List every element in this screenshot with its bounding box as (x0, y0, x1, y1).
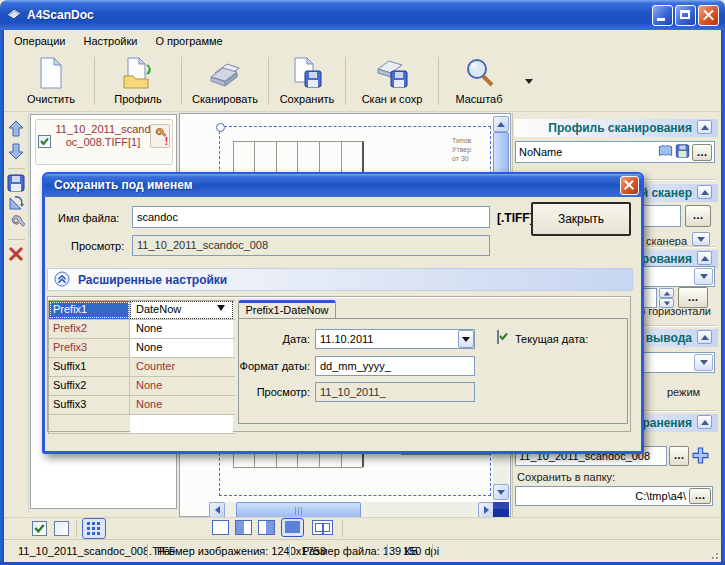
advanced-settings-label: Расширенные настройки (78, 273, 227, 287)
view-two-pages-right-icon[interactable] (258, 520, 275, 535)
zoom-dropdown-arrow[interactable] (525, 79, 533, 84)
scan-button[interactable]: Сканировать (182, 51, 268, 111)
view-two-pages-left-icon[interactable] (235, 520, 252, 535)
filename-more-button[interactable]: … (669, 446, 689, 466)
table-row-empty[interactable] (49, 415, 235, 434)
wrench-icon[interactable] (7, 214, 25, 234)
dialog-close-button[interactable]: Закрыть (531, 202, 631, 236)
menu-bar: Операции Настройки О программе (4, 30, 721, 51)
menu-about[interactable]: О программе (147, 32, 230, 50)
main-toolbar: Очистить Профиль Сканировать Сохранить С… (4, 51, 721, 112)
save-as-dialog: Сохранить под именем Имя файла: scandoc … (42, 172, 644, 454)
delete-page-icon[interactable] (7, 245, 25, 265)
page-floppy-icon (292, 57, 322, 91)
table-row[interactable]: Prefix1 DateNow (49, 301, 235, 320)
chevron-down-icon[interactable] (217, 305, 225, 311)
thumbnails-view-icon[interactable] (82, 518, 106, 539)
save-profile-icon[interactable] (675, 144, 690, 160)
window-title: A4ScanDoc (27, 8, 94, 22)
zoom-button[interactable]: Масштаб (439, 51, 519, 111)
result-label: Просмотр: (195, 386, 310, 398)
collapse-profile-icon[interactable] (697, 120, 712, 134)
status-filename: 11_10_2011_scandoc_008.TIFF (18, 545, 175, 557)
collapse-section-icon[interactable] (54, 271, 70, 289)
chevron-down-icon[interactable] (458, 330, 474, 348)
close-button[interactable] (698, 5, 719, 26)
page-checkbox[interactable] (38, 135, 51, 148)
scanner-icon (208, 59, 242, 91)
scroll-down-icon[interactable] (493, 484, 509, 500)
horizontal-scrollbar[interactable] (209, 502, 494, 518)
collapse-scanner-icon[interactable] (697, 185, 712, 199)
collapse-output-icon[interactable] (697, 330, 712, 344)
scanner-floppy-icon (375, 57, 409, 91)
view-book-icon[interactable] (312, 520, 333, 535)
profile-more-button[interactable]: … (692, 144, 712, 161)
scanner-more-button[interactable]: … (685, 205, 711, 227)
dialog-preview-label: Просмотр: (71, 240, 124, 252)
page-item-label: 11_10_2011_scandoc_008.TIFF[1] (54, 123, 152, 149)
status-image-size: Размер изображения: 1240x1753 (157, 545, 326, 557)
window-border-right (721, 30, 725, 565)
collapse-saving-icon[interactable] (697, 415, 712, 429)
scanned-text-fragment: Типов Утвер от 30 (452, 136, 471, 163)
view-toolbar (4, 517, 721, 540)
view-single-page-icon[interactable] (212, 520, 229, 535)
horizontal-scroll-thumb[interactable] (236, 502, 361, 518)
blank-page-icon (37, 57, 65, 91)
minimize-button[interactable] (652, 5, 673, 26)
profile-button[interactable]: Профиль (95, 51, 181, 111)
page-folder-icon (122, 57, 154, 91)
status-file-size: Размер файла: 139 КБ (302, 545, 418, 557)
scrollbar-corner (493, 502, 509, 518)
date-select[interactable]: 11.10.2011 (315, 329, 475, 349)
menu-operations[interactable]: Операции (6, 32, 73, 50)
tab-prefix1-datenow[interactable]: Prefix1-DateNow (238, 300, 336, 319)
page-list-item[interactable]: 11_10_2011_scandoc_008.TIFF[1] ! (35, 119, 173, 165)
filename-input[interactable]: scandoc (132, 206, 490, 228)
maximize-button[interactable] (675, 5, 696, 26)
dialog-preview-value: 11_10_2011_scandoc_008 (132, 235, 490, 256)
result-value: 11_10_2011_ (315, 382, 475, 402)
application-window: A4ScanDoc Операции Настройки О программе… (0, 0, 725, 565)
app-icon (6, 6, 22, 24)
page-settings-icon[interactable]: ! (150, 124, 170, 148)
current-date-checkbox[interactable] (497, 330, 499, 344)
add-filename-icon[interactable] (692, 447, 709, 466)
advanced-settings-bar[interactable]: Расширенные настройки (47, 268, 633, 291)
folder-browse-button[interactable]: … (689, 488, 711, 504)
move-down-icon[interactable] (7, 141, 25, 163)
date-format-label: Формат даты: (195, 360, 310, 372)
selection-handle[interactable] (216, 123, 225, 132)
scan-and-save-button[interactable]: Скан и сохр (346, 51, 438, 111)
chevron-down-icon[interactable] (694, 268, 713, 285)
view-fit-page-icon[interactable] (281, 518, 304, 537)
check-all-pages-icon[interactable] (32, 521, 47, 536)
clear-button[interactable]: Очистить (8, 51, 94, 111)
date-format-input[interactable]: dd_mm_yyyy_ (315, 356, 475, 376)
save-folder-label: Сохранить в папку: (517, 471, 615, 483)
status-bar: 11_10_2011_scandoc_008.TIFF Размер изобр… (4, 539, 721, 562)
save-button[interactable]: Сохранить (269, 51, 345, 111)
scroll-up-icon[interactable] (493, 116, 509, 132)
collapse-scan-area-icon[interactable] (697, 251, 712, 265)
open-profile-icon[interactable] (658, 144, 673, 160)
pages-toolbar (4, 113, 29, 513)
uncheck-all-pages-icon[interactable] (54, 521, 69, 536)
dialog-close-icon[interactable] (620, 176, 639, 195)
scanner-settings-expand-icon[interactable] (692, 232, 710, 246)
profile-name-field[interactable]: NoName … (515, 141, 715, 163)
rotate-icon[interactable] (7, 194, 25, 214)
menu-settings[interactable]: Настройки (75, 32, 145, 50)
save-page-icon[interactable] (7, 174, 25, 194)
dialog-title-bar[interactable]: Сохранить под именем (44, 174, 642, 197)
filename-label: Имя файла: (58, 212, 119, 224)
current-date-label: Текущая дата: (515, 333, 588, 345)
title-bar[interactable]: A4ScanDoc (0, 0, 725, 30)
scroll-left-icon[interactable] (209, 502, 225, 518)
save-folder-field[interactable]: C:\tmp\a4\ … (515, 486, 713, 506)
table-row[interactable]: Suffix3 None (49, 396, 235, 415)
chevron-down-icon[interactable] (694, 354, 713, 371)
scroll-right-icon[interactable] (478, 502, 494, 518)
move-up-icon[interactable] (7, 119, 25, 141)
